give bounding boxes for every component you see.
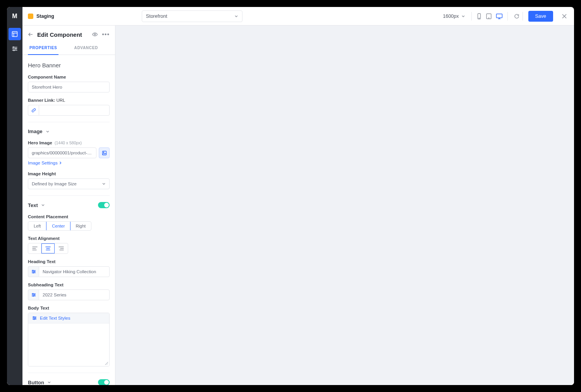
hero-image-label: Hero Image (1440 x 580px) <box>28 140 110 145</box>
hero-image-input[interactable] <box>28 147 96 158</box>
tablet-device-icon[interactable] <box>486 13 492 19</box>
heading-text-label: Heading Text <box>28 259 110 264</box>
content-placement-group: Left Center Right <box>28 221 91 231</box>
svg-point-16 <box>34 294 35 295</box>
text-enabled-toggle[interactable] <box>98 202 110 208</box>
svg-point-14 <box>33 272 34 273</box>
tab-advanced[interactable]: ADVANCED <box>72 42 100 55</box>
component-name-label: Component Name <box>28 75 110 79</box>
panel-title: Edit Component <box>37 31 88 38</box>
svg-point-9 <box>94 34 96 35</box>
image-settings-link[interactable]: Image Settings <box>28 161 62 165</box>
tab-properties[interactable]: PROPERTIES <box>28 42 58 55</box>
back-button[interactable] <box>28 32 33 37</box>
subheading-text-input[interactable] <box>39 289 110 300</box>
body-text-label: Body Text <box>28 306 110 310</box>
content-placement-label: Content Placement <box>28 214 110 219</box>
refresh-button[interactable] <box>511 12 523 21</box>
svg-point-2 <box>15 48 17 50</box>
rail-settings-button[interactable] <box>9 43 21 55</box>
environment-badge: Staging <box>28 14 54 19</box>
placement-center[interactable]: Center <box>46 221 70 231</box>
edit-text-styles-link[interactable]: Edit Text Styles <box>28 313 109 324</box>
logo: M <box>7 7 22 26</box>
heading-text-input[interactable] <box>39 266 110 277</box>
rail-layout-button[interactable] <box>9 28 21 40</box>
align-center-button[interactable] <box>41 243 55 253</box>
placement-right[interactable]: Right <box>70 222 91 230</box>
text-section-header[interactable]: Text <box>28 202 110 208</box>
align-right-button[interactable] <box>55 243 68 253</box>
svg-point-15 <box>33 293 33 294</box>
page-select-value: Storefront <box>146 14 167 19</box>
visibility-icon[interactable] <box>92 31 98 38</box>
svg-point-17 <box>33 296 34 296</box>
chevron-down-icon <box>234 14 238 18</box>
placement-left[interactable]: Left <box>28 222 46 230</box>
viewport-width-select[interactable]: 1600px <box>440 12 468 21</box>
align-left-button[interactable] <box>28 243 41 253</box>
more-menu-button[interactable]: ••• <box>102 31 110 38</box>
svg-point-12 <box>33 270 33 271</box>
svg-point-18 <box>33 317 34 317</box>
text-alignment-group <box>28 243 68 254</box>
svg-point-20 <box>34 319 34 320</box>
svg-rect-8 <box>496 14 502 18</box>
svg-point-5 <box>479 18 479 18</box>
mobile-device-icon[interactable] <box>476 13 482 19</box>
component-type-title: Hero Banner <box>28 62 110 68</box>
chevron-down-icon <box>47 380 51 384</box>
text-style-icon[interactable] <box>28 266 39 277</box>
text-alignment-label: Text Alignment <box>28 236 110 241</box>
banner-link-label: Banner Link: URL <box>28 98 110 103</box>
svg-point-3 <box>14 50 15 51</box>
image-picker-button[interactable] <box>99 147 110 158</box>
image-height-label: Image Height <box>28 171 110 176</box>
page-select[interactable]: Storefront <box>142 10 242 22</box>
subheading-text-label: Subheading Text <box>28 282 110 287</box>
svg-rect-0 <box>12 32 17 37</box>
close-button[interactable] <box>560 14 569 19</box>
chevron-down-icon <box>41 203 45 207</box>
button-enabled-toggle[interactable] <box>98 379 110 385</box>
banner-link-input[interactable] <box>39 105 110 116</box>
env-dot-icon <box>28 14 33 19</box>
svg-point-7 <box>488 17 489 18</box>
preview-canvas <box>115 26 574 385</box>
button-section-header[interactable]: Button <box>28 379 110 385</box>
image-height-select[interactable]: Defined by Image Size <box>28 178 110 189</box>
text-style-icon[interactable] <box>28 289 39 300</box>
body-text-textarea[interactable] <box>28 324 109 366</box>
svg-point-1 <box>13 47 14 48</box>
image-section-header[interactable]: Image <box>28 128 110 134</box>
viewport-width-value: 1600px <box>443 14 459 19</box>
chevron-down-icon <box>46 130 50 134</box>
save-button[interactable]: Save <box>528 11 553 22</box>
svg-point-19 <box>35 318 36 318</box>
desktop-device-icon[interactable] <box>496 13 503 19</box>
chevron-down-icon <box>102 182 106 186</box>
svg-rect-10 <box>102 151 106 155</box>
chevron-down-icon <box>461 14 465 18</box>
link-icon <box>28 105 39 116</box>
component-name-input[interactable] <box>28 82 110 92</box>
svg-point-13 <box>34 271 35 272</box>
svg-point-11 <box>103 152 104 152</box>
env-label: Staging <box>36 14 54 19</box>
